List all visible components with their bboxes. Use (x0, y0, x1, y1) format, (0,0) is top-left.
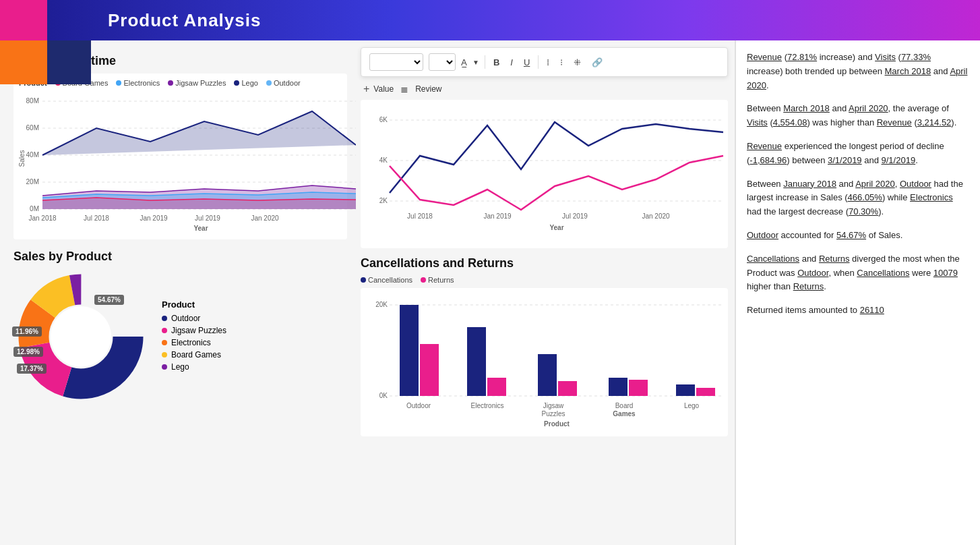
insight-7: Returned items amounted to 26110 (747, 304, 969, 318)
bar-x-jigsaw-1: Jigsaw (543, 402, 564, 409)
bar-chart-svg: 20K 0K (366, 293, 730, 428)
link-cancellations-1[interactable]: Cancellations (747, 254, 799, 264)
link-sep2019[interactable]: 9/1/2019 (882, 155, 916, 165)
color-picker-chevron[interactable]: ▼ (472, 59, 479, 66)
x-tick-jan2020: Jan 2020 (251, 214, 279, 222)
link-march2018[interactable]: March 2018 (885, 66, 931, 76)
sales-time-chart-container: Product Board Games Electronics Jigsaw P… (13, 74, 347, 239)
donut-legend: Product Outdoor Jigsaw Puzzles Electroni… (162, 299, 226, 374)
toolbar: A̲ ▼ B I U ⁞ ⁝ ⁜ 🔗 (361, 47, 728, 77)
bar-chart-container: 20K 0K (361, 288, 728, 436)
link-revenue-1[interactable]: Revenue (747, 52, 782, 62)
donut-dot-jigsaw (162, 328, 167, 333)
logo-area (0, 0, 94, 88)
underline-button[interactable]: U (521, 56, 532, 69)
link-cancellations-2[interactable]: Cancellations (857, 268, 909, 278)
y-tick-40m: 40M (26, 151, 39, 159)
link-april2020-2[interactable]: April 2020 (849, 103, 888, 113)
bar-x-jigsaw-2: Puzzles (541, 410, 565, 418)
sales-by-product-section: Sales by Product (13, 250, 347, 404)
donut-legend-lego: Lego (162, 362, 226, 372)
bar-boardgames-return (629, 380, 648, 396)
legend-label-returns: Returns (428, 276, 454, 284)
logo-bottom-left (0, 40, 47, 84)
link-mar2019[interactable]: 3/1/2019 (828, 155, 862, 165)
bar-y-20k: 20K (375, 301, 388, 308)
y-axis-label: Sales (19, 150, 26, 167)
italic-button[interactable]: I (508, 56, 516, 69)
bar-boardgames-cancel (609, 378, 627, 396)
donut-label-jigsaw: Jigsaw Puzzles (171, 326, 226, 335)
donut-legend-title: Product (162, 299, 226, 310)
y-tick-60m: 60M (26, 124, 39, 132)
font-color-icon[interactable]: A̲ (461, 57, 467, 67)
link-april2020-1[interactable]: April 2020 (747, 66, 967, 90)
font-select[interactable] (369, 53, 423, 71)
legend-label-outdoor: Outdoor (274, 79, 301, 87)
donut-label-lego: Lego (171, 362, 189, 372)
val-decline: -1,684.96 (749, 155, 787, 165)
donut-chart-svg (13, 269, 148, 404)
bold-button[interactable]: B (491, 56, 502, 69)
legend-label-electronics: Electronics (123, 79, 160, 87)
link-outdoor-2[interactable]: Outdoor (747, 230, 778, 240)
val-10079: 10079 (933, 268, 958, 278)
link-jan2018[interactable]: January 2018 (783, 179, 836, 189)
align-center-button[interactable]: ⁝ (557, 56, 565, 69)
x-tick2-jan2020: Jan 2020 (642, 212, 670, 220)
legend-dot-lego (234, 80, 239, 86)
y-tick-6k: 6K (379, 116, 388, 123)
link-returns-2[interactable]: Returns (793, 281, 824, 291)
val-466: 466.05% (848, 192, 882, 202)
link-apr2020-3[interactable]: April 2020 (855, 179, 895, 189)
link-visits-2[interactable]: Visits (747, 117, 768, 127)
value-label[interactable]: Value (373, 84, 394, 94)
link-button[interactable]: 🔗 (589, 56, 605, 69)
line-revenue (390, 156, 723, 210)
add-button[interactable]: + (363, 84, 369, 94)
link-electronics-1[interactable]: Electronics (910, 192, 953, 202)
bar-x-title: Product (544, 420, 570, 428)
x-tick2-jan2019: Jan 2019 (483, 212, 512, 220)
visits-revenue-svg: 6K 4K 2K Jul 2018 Jan 2019 Jul 2019 Jan … (366, 105, 730, 240)
percent-label-boardgames: 11.96% (12, 326, 42, 337)
val-70: 70.30% (849, 206, 878, 217)
cancellations-title: Cancellations and Returns (361, 256, 728, 270)
link-outdoor-1[interactable]: Outdoor (900, 179, 931, 189)
x-tick2-jul2018: Jul 2018 (407, 212, 433, 220)
bar-outdoor-cancel (400, 305, 419, 396)
link-march2018-2[interactable]: March 2018 (783, 103, 830, 113)
link-revenue-3[interactable]: Revenue (747, 141, 782, 151)
bar-x-lego: Lego (684, 402, 700, 409)
legend-dot-electronics (116, 80, 121, 86)
right-panel: Revenue (72.81% increase) and Visits (77… (735, 40, 980, 545)
link-visits-1[interactable]: Visits (875, 52, 896, 62)
insight-3: Revenue experienced the longest period o… (747, 140, 969, 168)
link-revenue-2[interactable]: Revenue (877, 117, 912, 127)
legend-dot-returns (421, 277, 426, 283)
bar-electronics-cancel (467, 327, 486, 396)
insight-6: Cancellations and Returns diverged the m… (747, 252, 969, 294)
align-left-button[interactable]: ⁞ (544, 56, 552, 69)
percent-label-outdoor: 54.67% (94, 295, 124, 305)
logo-bottom-right (47, 40, 91, 84)
review-label[interactable]: Review (415, 84, 441, 94)
insight-2: Between March 2018 and April 2020, the a… (747, 102, 969, 130)
visits-revenue-chart-container: 6K 4K 2K Jul 2018 Jan 2019 Jul 2019 Jan … (361, 100, 728, 248)
donut-dot-outdoor (162, 316, 167, 321)
y-tick-2k: 2K (379, 197, 388, 204)
link-returns-1[interactable]: Returns (819, 254, 850, 264)
y-tick-80m: 80M (26, 97, 39, 105)
size-select[interactable] (429, 53, 456, 71)
donut-dot-boardgames (162, 352, 167, 357)
bar-electronics-return (487, 378, 506, 396)
bar-x-boardgames-1: Board (615, 402, 634, 409)
link-outdoor-3[interactable]: Outdoor (797, 268, 828, 278)
x-tick-jan2019: Jan 2019 (140, 214, 168, 222)
legend-label-lego: Lego (241, 79, 257, 87)
logo-top (0, 0, 47, 40)
toolbar-divider-2 (538, 55, 539, 69)
x-axis-title: Year (193, 225, 208, 232)
val-visits-avg: 4,554.08 (773, 117, 807, 127)
align-right-button[interactable]: ⁜ (571, 56, 584, 69)
